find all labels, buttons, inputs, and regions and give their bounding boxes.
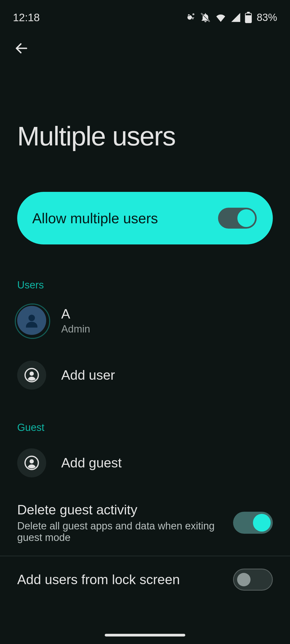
add-user-row[interactable]: Add user	[0, 350, 290, 400]
status-time: 12:18	[13, 12, 40, 24]
nav-handle[interactable]	[105, 634, 185, 636]
user-row-admin[interactable]: A Admin	[0, 291, 290, 350]
delete-guest-activity-row[interactable]: Delete guest activity Delete all guest a…	[0, 492, 290, 553]
arrow-left-icon	[14, 41, 29, 56]
avatar	[17, 306, 46, 335]
add-guest-label: Add guest	[61, 455, 122, 471]
delete-guest-activity-title: Delete guest activity	[17, 502, 233, 518]
page-title: Multiple users	[0, 59, 290, 152]
allow-multiple-users-toggle[interactable]	[218, 208, 257, 229]
delete-guest-activity-subtitle: Delete all guest apps and data when exit…	[17, 520, 233, 543]
cellular-signal-icon	[230, 12, 241, 23]
svg-point-10	[30, 372, 34, 376]
allow-multiple-users-label: Allow multiple users	[32, 210, 158, 226]
dnd-off-icon	[200, 12, 211, 23]
add-user-icon-circle	[17, 361, 46, 390]
add-guest-icon-circle	[17, 448, 46, 477]
section-header-users: Users	[0, 244, 290, 291]
section-header-guest: Guest	[0, 400, 290, 433]
guest-icon	[24, 456, 39, 470]
svg-rect-5	[247, 12, 250, 13]
person-icon	[23, 312, 40, 329]
allow-multiple-users-row[interactable]: Allow multiple users	[17, 192, 273, 244]
delete-guest-activity-toggle[interactable]	[233, 512, 273, 534]
battery-percent: 83%	[257, 12, 277, 23]
vpn-key-icon: G	[185, 12, 196, 23]
user-name: A	[61, 306, 90, 322]
status-icons: G 83%	[185, 12, 277, 23]
add-guest-row[interactable]: Add guest	[0, 433, 290, 492]
svg-point-12	[30, 459, 34, 464]
person-add-icon	[24, 368, 39, 382]
wifi-icon	[215, 12, 227, 23]
add-users-lockscreen-toggle[interactable]	[233, 569, 273, 591]
battery-icon	[245, 12, 252, 23]
add-users-lockscreen-title: Add users from lock screen	[17, 572, 180, 587]
status-bar: 12:18 G 83%	[0, 0, 290, 27]
add-users-lockscreen-row[interactable]: Add users from lock screen	[0, 559, 290, 600]
divider	[0, 556, 290, 556]
add-user-label: Add user	[61, 367, 115, 383]
svg-point-8	[28, 315, 35, 321]
svg-text:G: G	[192, 13, 194, 16]
svg-rect-6	[246, 14, 251, 15]
user-role: Admin	[61, 323, 90, 335]
back-button[interactable]	[11, 38, 32, 59]
